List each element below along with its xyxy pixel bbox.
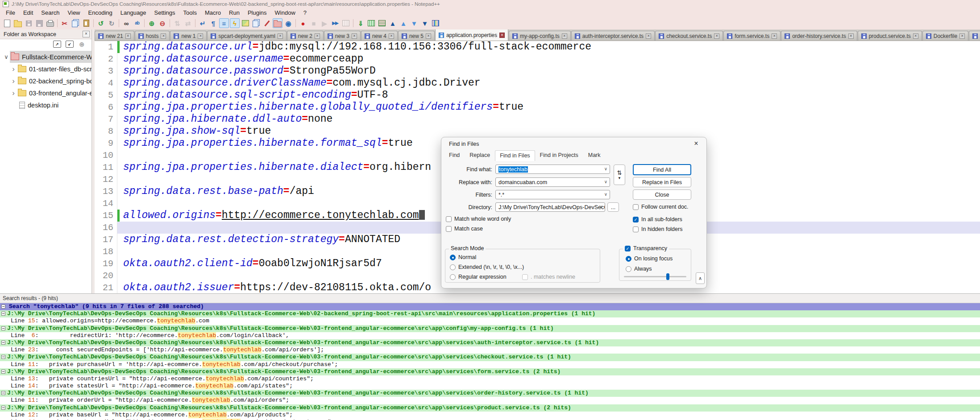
dialog-collapse-button[interactable]: ∧ [696,272,705,284]
open-file-button[interactable] [13,18,23,28]
tab-checkout-service-ts[interactable]: checkout.service.ts× [655,31,723,41]
tab-form-service-ts[interactable]: form.service.ts× [723,31,781,41]
redo-button[interactable]: ↻ [107,18,116,28]
menu-item-tools[interactable]: Tools [179,9,201,16]
replace-in-files-button[interactable]: Replace in Files [633,177,691,187]
search-result-line[interactable]: Line 13: private countriesUrl = "http://… [0,375,980,383]
tab-dockerfile[interactable]: Dockerfile× [922,31,968,41]
sidebar-close-icon[interactable]: × [83,31,90,37]
search-result-file[interactable]: J:\My Drive\TonyTechLab\DevOps-DevSecOps… [0,368,980,375]
close-tab-icon[interactable]: × [426,33,431,39]
document-map-button[interactable] [241,18,250,28]
search-result-file[interactable]: J:\My Drive\TonyTechLab\DevOps-DevSecOps… [0,404,980,412]
always-radio[interactable]: Always [626,266,652,272]
transparency-slider[interactable] [624,276,686,277]
search-result-file[interactable]: J:\My Drive\TonyTechLab\DevOps-DevSecOps… [0,354,980,361]
in-all-subfolders-checkbox[interactable]: ✓In all sub-folders [633,216,682,222]
close-tab-icon[interactable]: × [278,33,283,39]
word-wrap-button[interactable]: ↵ [198,18,208,28]
plugin-table-red-button[interactable] [377,18,387,28]
close-tab-icon[interactable]: × [315,33,320,39]
chevron-down-icon[interactable]: ∨ [604,192,607,197]
close-tab-icon[interactable]: × [959,33,965,39]
locate-file-icon[interactable]: ◎ [78,41,85,47]
tab-application-properties[interactable]: application.properties× [435,29,508,41]
tab-dockerfile[interactable]: Dockerfile× [969,31,980,41]
dialog-close-icon[interactable]: × [692,140,700,148]
collapse-all-icon[interactable]: ↙ [66,41,74,48]
dialog-tab-find[interactable]: Find [444,150,465,161]
document-monitor-button[interactable]: ◉ [283,18,293,28]
tree-item-02-backend-spring-boot-rest-api[interactable]: ›02-backend_spring-boot-rest-api [0,75,91,87]
plugin-download-button[interactable]: ⇓ [356,18,365,28]
find-all-button[interactable]: Find All [633,164,691,175]
match-whole-word-checkbox[interactable]: Match whole word only [446,216,511,222]
in-hidden-folders-checkbox[interactable]: In hidden folders [633,226,682,232]
collapse-minus-icon[interactable] [1,370,5,374]
expand-all-icon[interactable]: ↗ [53,41,61,48]
tab-auth-interceptor-service-ts[interactable]: auth-interceptor.service.ts× [571,31,655,41]
zoom-in-button[interactable]: ⊕ [147,18,157,28]
search-result-file[interactable]: J:\My Drive\TonyTechLab\DevOps-DevSecOps… [0,390,980,397]
cut-button[interactable]: ✂ [60,18,70,28]
search-mode-extended-radio[interactable]: Extended (\n, \r, \t, \0, \x...) [450,264,524,270]
document-list-button[interactable] [251,18,261,28]
menu-item-view[interactable]: View [64,9,84,16]
zoom-out-button[interactable]: ⊖ [158,18,167,28]
tab-new-1[interactable]: new 1× [170,31,207,41]
menu-item-macro[interactable]: Macro [201,9,225,16]
search-result-line[interactable]: Line 11: private orderUrl = "http://api-… [0,397,980,404]
tree-item-03-frontend-angular-ecommerce[interactable]: ›03-frontend_angular-ecommerce [0,87,91,99]
move-up-button[interactable]: ▲ [399,18,408,28]
collapse-minus-icon[interactable] [1,305,5,309]
search-result-line[interactable]: Line 12: private baseUrl = "http://api-e… [0,412,980,419]
search-result-line[interactable]: Line 6: redirectUri: 'http://ecommerce.t… [0,332,980,339]
tab-new-2[interactable]: new 2× [287,31,324,41]
undo-button[interactable]: ↺ [96,18,106,28]
follow-current-doc-checkbox[interactable]: Follow current doc. [633,204,689,210]
chevron-down-icon[interactable]: ∨ [599,204,602,209]
close-tab-icon[interactable]: × [848,33,854,39]
menu-item-[interactable]: ? [299,9,311,16]
dialog-tab-mark[interactable]: Mark [583,150,606,161]
find-what-input[interactable]: tonytechlab ∨ [495,165,610,174]
chevron-right-icon[interactable]: › [10,90,17,96]
title-bar[interactable]: J:\My Drive\TonyTechLab\DevOps-DevSecOps… [0,0,980,8]
copy-button[interactable] [71,18,80,28]
menu-item-settings[interactable]: Settings [150,9,179,16]
menu-item-edit[interactable]: Edit [19,9,37,16]
close-tab-icon[interactable]: × [161,33,166,39]
chevron-right-icon[interactable]: › [10,66,17,72]
on-losing-focus-radio[interactable]: On losing focus [626,255,673,262]
function-list-button[interactable]: ϟ [230,18,240,28]
tab-new-4[interactable]: new 4× [361,31,398,41]
collapse-minus-icon[interactable] [1,312,5,316]
close-tab-icon[interactable]: × [352,33,357,39]
move-down-button[interactable]: ▼ [409,18,419,28]
close-tab-icon[interactable]: × [499,33,505,38]
search-mode-normal-radio[interactable]: Normal [450,254,476,260]
close-tab-icon[interactable]: × [646,33,651,39]
menu-item-encoding[interactable]: Encoding [84,9,116,16]
chevron-down-icon[interactable]: ∨ [3,54,10,60]
search-result-line[interactable]: Line 11: private purchaseUrl = 'http://a… [0,361,980,368]
tab-new-5[interactable]: new 5× [398,31,435,41]
close-tab-icon[interactable]: × [125,33,131,39]
move-to-bottom-button[interactable]: ▼ [420,18,430,28]
search-result-line[interactable]: Line 14: private statesUrl = "http://api… [0,383,980,390]
close-tab-icon[interactable]: × [913,33,918,39]
close-tab-icon[interactable]: × [389,33,394,39]
close-tab-icon[interactable]: × [772,33,777,39]
paste-button[interactable] [81,18,91,28]
show-all-characters-button[interactable]: ¶ [208,18,218,28]
find-button[interactable]: ∞ [121,18,131,28]
close-tab-icon[interactable]: × [714,33,719,39]
transparency-checkbox[interactable]: ✓Transparency [623,245,669,251]
menu-item-run[interactable]: Run [225,9,244,16]
menu-item-file[interactable]: File [2,9,19,16]
search-result-file[interactable]: J:\My Drive\TonyTechLab\DevOps-DevSecOps… [0,339,980,346]
collapse-minus-icon[interactable] [1,326,5,330]
search-result-line[interactable]: Line 15: allowed.origins=http://ecommerc… [0,317,980,325]
browse-directory-button[interactable]: ... [607,202,619,212]
tab-spcart-deployment-yaml[interactable]: spcart-deployment.yaml× [207,31,286,41]
